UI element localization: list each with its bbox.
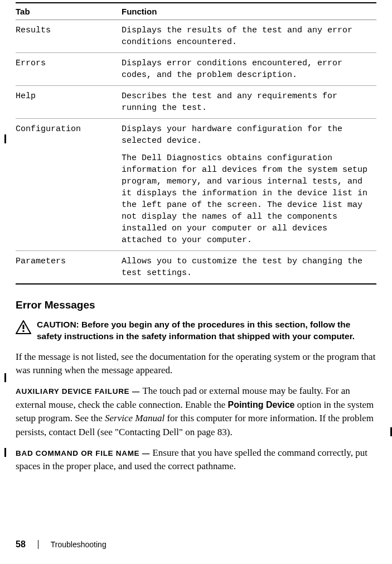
table-row: Parameters Allows you to customize the t…	[16, 251, 376, 285]
cell-function: Displays error conditions encountered, e…	[122, 53, 376, 86]
cell-tab: Errors	[16, 53, 122, 86]
table-row: Configuration Displays your hardware con…	[16, 119, 376, 251]
message-bold: Pointing Device	[228, 400, 294, 409]
footer-divider	[38, 540, 38, 549]
section-heading-error-messages: Error Messages	[16, 299, 376, 311]
change-bar-left-1	[4, 134, 6, 143]
table-row: Results Displays the results of the test…	[16, 20, 376, 53]
message-label: AUXILIARY DEVICE FAILURE —	[16, 387, 142, 396]
caution-body: Before you begin any of the procedures i…	[37, 320, 355, 341]
message-label: BAD COMMAND OR FILE NAME —	[16, 449, 152, 457]
intro-paragraph: If the message is not listed, see the do…	[16, 350, 376, 378]
change-bar-left-2	[4, 373, 6, 382]
cell-function-p2: The Dell Diagnostics obtains configurati…	[122, 152, 372, 246]
table-row: Help Describes the test and any requirem…	[16, 86, 376, 119]
caution-text: CAUTION: Before you begin any of the pro…	[37, 319, 376, 343]
cell-tab: Results	[16, 20, 122, 53]
change-bar-left-3	[4, 448, 6, 457]
message-auxiliary-device-failure: AUXILIARY DEVICE FAILURE — The touch pad…	[16, 384, 376, 440]
caution-icon	[16, 320, 31, 335]
table-header-function: Function	[122, 3, 376, 20]
cell-function-p1: Displays your hardware configuration for…	[122, 123, 372, 147]
cell-function: Displays your hardware configuration for…	[122, 119, 376, 251]
cell-tab: Help	[16, 86, 122, 119]
page-footer: 58 Troubleshooting	[16, 539, 107, 549]
cell-tab: Parameters	[16, 251, 122, 285]
cell-function: Describes the test and any requirements …	[122, 86, 376, 119]
table-header-tab: Tab	[16, 3, 122, 20]
caution-block: CAUTION: Before you begin any of the pro…	[16, 319, 376, 343]
tab-function-table: Tab Function Results Displays the result…	[16, 2, 376, 285]
caution-label: CAUTION:	[37, 320, 81, 329]
footer-section-name: Troubleshooting	[51, 540, 107, 549]
cell-function: Allows you to customize the test by chan…	[122, 251, 376, 285]
message-bad-command: BAD COMMAND OR FILE NAME — Ensure that y…	[16, 446, 376, 474]
table-row: Errors Displays error conditions encount…	[16, 53, 376, 86]
message-italic: Service Manual	[105, 413, 164, 423]
footer-page-number: 58	[16, 539, 26, 549]
cell-tab: Configuration	[16, 119, 122, 251]
svg-rect-2	[23, 330, 25, 332]
cell-function: Displays the results of the test and any…	[122, 20, 376, 53]
svg-rect-1	[23, 325, 25, 329]
